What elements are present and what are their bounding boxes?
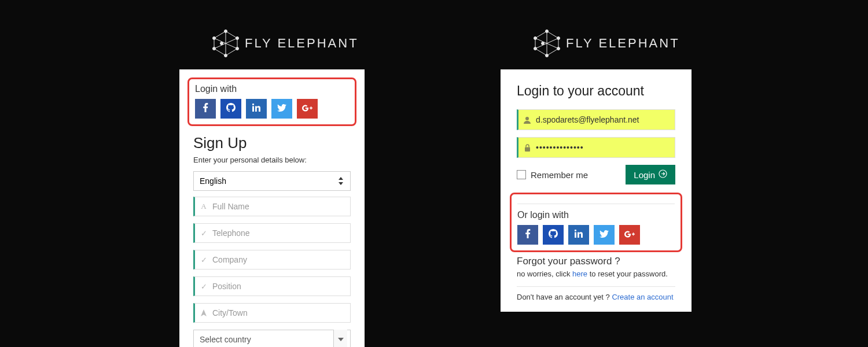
- social-row: [195, 99, 349, 119]
- signup-title: Sign Up: [193, 134, 351, 152]
- font-icon: A: [195, 202, 212, 211]
- forgot-password-text: no worries, click here to reset your pas…: [517, 270, 675, 278]
- login-button[interactable]: Login: [626, 165, 675, 184]
- email-field[interactable]: [517, 109, 675, 130]
- svg-point-23: [542, 42, 545, 45]
- or-login-with-label: Or login with: [517, 210, 675, 220]
- country-select[interactable]: Select country: [193, 330, 351, 347]
- svg-point-4: [225, 30, 227, 33]
- company-field[interactable]: ✓: [193, 250, 351, 270]
- svg-point-7: [225, 54, 227, 57]
- lock-icon: [518, 144, 536, 152]
- github-icon: [549, 229, 558, 241]
- svg-point-18: [557, 37, 560, 40]
- remember-label: Remember me: [531, 170, 588, 180]
- brand-logo: FLY ELEPHANT: [532, 29, 692, 58]
- login-card: Login to your account Remember me Login …: [501, 69, 692, 312]
- language-select[interactable]: English: [193, 171, 351, 191]
- github-button[interactable]: [220, 99, 241, 119]
- divider: [517, 204, 675, 204]
- divider: [517, 286, 675, 287]
- password-field[interactable]: [517, 137, 675, 158]
- googleplus-button[interactable]: [619, 225, 640, 245]
- create-account-link[interactable]: Create an account: [612, 293, 673, 301]
- svg-point-19: [557, 47, 560, 50]
- login-with-label: Login with: [195, 84, 349, 94]
- linkedin-button[interactable]: [246, 99, 267, 119]
- check-icon: ✓: [195, 282, 212, 291]
- brand-name: FLY ELEPHANT: [566, 36, 680, 51]
- position-field[interactable]: ✓: [193, 276, 351, 296]
- facebook-button[interactable]: [517, 225, 538, 245]
- svg-point-17: [546, 30, 549, 33]
- user-icon: [518, 116, 536, 124]
- facebook-icon: [203, 103, 208, 115]
- signup-subtitle: Enter your personal details below:: [193, 156, 351, 164]
- svg-point-12: [252, 104, 254, 105]
- svg-point-6: [236, 47, 239, 50]
- svg-point-22: [534, 37, 537, 40]
- linkedin-icon: [252, 104, 260, 114]
- facebook-button[interactable]: [195, 99, 216, 119]
- reset-password-link[interactable]: here: [572, 270, 587, 278]
- svg-point-8: [213, 47, 216, 50]
- twitter-button[interactable]: [594, 225, 615, 245]
- twitter-icon: [599, 230, 609, 240]
- brand-name: FLY ELEPHANT: [245, 36, 359, 51]
- social-row: [517, 225, 675, 245]
- signup-card: Login with Sign Up Enter your personal d…: [179, 69, 365, 347]
- svg-point-24: [525, 117, 529, 120]
- svg-rect-25: [525, 147, 530, 152]
- social-login-highlight: Or login with: [510, 193, 682, 252]
- googleplus-icon: [624, 230, 635, 240]
- svg-point-5: [236, 37, 239, 40]
- twitter-button[interactable]: [271, 99, 292, 119]
- check-icon: ✓: [195, 229, 212, 238]
- check-icon: ✓: [195, 256, 212, 264]
- remember-me[interactable]: Remember me: [517, 170, 588, 180]
- logo-icon: [532, 29, 561, 58]
- fullname-field[interactable]: A: [193, 197, 351, 216]
- login-title: Login to your account: [517, 83, 675, 99]
- social-login-highlight: Login with: [187, 77, 356, 126]
- forgot-password-title: Forgot your password ?: [517, 256, 675, 267]
- googleplus-icon: [302, 104, 312, 114]
- city-field[interactable]: [193, 303, 351, 323]
- arrow-circle-icon: [659, 169, 667, 180]
- linkedin-button[interactable]: [568, 225, 589, 245]
- telephone-field[interactable]: ✓: [193, 223, 351, 243]
- twitter-icon: [277, 104, 286, 114]
- linkedin-icon: [575, 230, 583, 240]
- svg-point-21: [534, 47, 537, 50]
- brand-logo: FLY ELEPHANT: [211, 29, 365, 58]
- github-icon: [226, 103, 236, 115]
- svg-rect-11: [252, 106, 254, 112]
- logo-icon: [211, 29, 240, 58]
- location-icon: [195, 309, 212, 316]
- checkbox-icon[interactable]: [517, 170, 526, 179]
- googleplus-button[interactable]: [297, 99, 318, 119]
- svg-point-10: [220, 42, 223, 45]
- svg-rect-27: [575, 232, 576, 238]
- svg-point-9: [213, 37, 216, 40]
- github-button[interactable]: [543, 225, 564, 245]
- no-account-text: Don't have an account yet ? Create an ac…: [517, 293, 675, 301]
- facebook-icon: [525, 229, 531, 241]
- svg-point-28: [575, 230, 576, 231]
- svg-point-20: [546, 54, 549, 57]
